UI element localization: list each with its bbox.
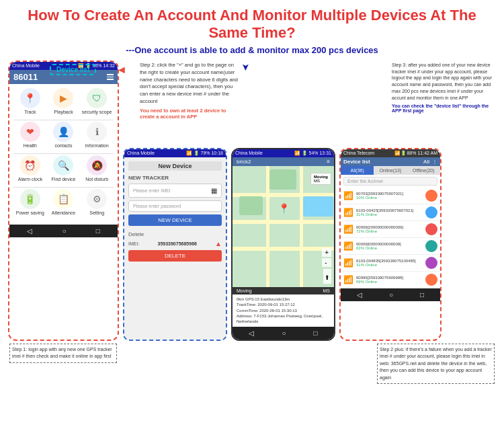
hamburger-icon[interactable] [107, 74, 114, 80]
map-phone: China Mobile 📶 🔋 54% 13:31 brick2 ≡ [231, 148, 335, 341]
tab-online[interactable]: Online(13) [374, 166, 407, 175]
map-home-btn[interactable]: ○ [282, 329, 286, 337]
powersaving-icon: 🔋 [20, 189, 40, 209]
device-id-5: 6103-004835[359339075100485] [356, 259, 423, 263]
attendance-label: Attendance [52, 210, 75, 215]
delete-label: Delete [128, 231, 222, 237]
device-avatar-6 [425, 274, 437, 286]
finddevice-icon: 🔍 [53, 155, 73, 175]
zoom-in[interactable]: + [322, 248, 331, 257]
right-phone: China Telecom 📶🔋88% 11:42 AM Device list… [339, 148, 442, 341]
right-home-btn[interactable]: ○ [389, 291, 393, 299]
menu-item-finddevice[interactable]: 🔍 Find device [48, 155, 79, 182]
menu-row-4: 🔋 Power saving 📋 Attendance ⚙ Setting [13, 189, 114, 215]
security-label: security scope [82, 110, 112, 114]
right-recent-btn[interactable]: □ [420, 291, 424, 299]
device-list-annotation-container: Device list [50, 63, 96, 75]
device-avatar-1 [425, 190, 437, 202]
menu-item-alarm[interactable]: ⏰ Alarm clock [15, 155, 45, 182]
device-percent-4: 62% Online [356, 246, 423, 250]
menu-item-setting[interactable]: ⚙ Setting [82, 189, 112, 215]
menu-item-track[interactable]: 📍 Track [15, 88, 45, 114]
step2-text: Step 2: click the "+" and go to the page… [140, 62, 238, 104]
delete-button[interactable]: DELETE [128, 250, 222, 262]
map-marker: 📍 [278, 203, 290, 214]
finddevice-label: Find device [52, 177, 76, 182]
menu-item-information[interactable]: ℹ Information [82, 122, 112, 148]
map-recent-btn[interactable]: □ [313, 329, 317, 337]
security-icon: 🛡 [87, 88, 107, 108]
powersaving-label: Power saving [16, 210, 44, 215]
zoom-out[interactable]: - [322, 258, 331, 267]
delete-section: Delete IMEI: 359339075685966 ▲ DELETE [128, 231, 222, 262]
back-btn[interactable]: ◁ [27, 227, 32, 235]
device-search-input[interactable]: Enter the Ac/imei [343, 177, 437, 186]
step2-text-box: Step 2: click the "+" and go to the page… [140, 62, 239, 120]
menu-item-contacts[interactable]: 👤 contacts [48, 122, 79, 148]
left-phone: China Mobile 📶 🔋 96% 14:32 86011 📍 Track… [8, 61, 119, 341]
recent-btn[interactable]: □ [96, 227, 100, 235]
contacts-icon: 👤 [53, 122, 73, 142]
bottom-row: Step 1: login app with any new one GPS t… [8, 344, 496, 385]
playback-label: Playback [54, 110, 73, 114]
moving-banner: Moving MS [233, 287, 334, 294]
imei-input[interactable]: Please enter IMEI ▦ [128, 184, 222, 198]
health-icon: ❤ [20, 122, 40, 142]
tab-offline[interactable]: Offline(20) [407, 166, 440, 175]
menu-item-health[interactable]: ❤ Health [15, 122, 45, 148]
right-phone-bottom-bar: ◁ ○ □ [341, 288, 440, 301]
new-device-button[interactable]: NEW DEVICE [128, 214, 222, 226]
device-info-4: 00009[00000000000009] 62% Online [356, 242, 423, 250]
contacts-label: contacts [54, 143, 72, 148]
device-list-tabs: All(36) Online(13) Offline(20) [341, 166, 440, 175]
device-avatar-3 [425, 223, 437, 235]
setting-label: Setting [89, 210, 104, 215]
left-phone-bottom-bar: ◁ ○ □ [9, 225, 118, 237]
device-id-2: 6103-00425[359339075607021] [356, 208, 423, 212]
home-btn[interactable]: ○ [62, 227, 66, 235]
step3-text-box: Step 3: after you added one of your new … [392, 62, 496, 113]
track-label: Track [24, 110, 36, 114]
map-zoom-controls: + - [322, 248, 331, 267]
menu-item-attendance[interactable]: 📋 Attendance [48, 189, 79, 215]
device-percent-1: 10% Online [356, 196, 423, 200]
step2plus-text: Step 2 plus: if there's a failure when y… [377, 344, 495, 385]
playback-icon: ▶ [53, 88, 73, 108]
page-subtitle: ---One account is able to add & monitor … [8, 45, 496, 55]
map-back-btn[interactable]: ◁ [249, 329, 254, 337]
share-button[interactable]: ⬆ [323, 269, 331, 284]
menu-item-powersaving[interactable]: 🔋 Power saving [15, 189, 45, 215]
device-info-5: 6103-004835[359339075100485] 31% Online [356, 259, 423, 267]
step3-text: Step 3: after you added one of your new … [392, 63, 492, 100]
tab-all[interactable]: All(36) [341, 166, 374, 175]
device-info-6: 60999[359339075609998] 69% Online [356, 276, 423, 284]
device-item-3: 📶 00009[200000000000009] 72% Online [341, 221, 440, 238]
map-area: 📍 Moving MS + - ⬆ [233, 166, 334, 287]
imei-label: IMEI: [128, 241, 139, 246]
device-item-4: 📶 00009[00000000000009] 62% Online [341, 238, 440, 255]
annotation-arrow: ◄ [116, 64, 127, 76]
device-percent-6: 69% Online [356, 280, 423, 284]
step3-highlight: You can check the "device list" through … [392, 104, 496, 113]
track-icon: 📍 [20, 88, 40, 108]
new-tracker-label: NEW TRACKER [128, 175, 222, 181]
right-back-btn[interactable]: ◁ [357, 291, 362, 299]
wifi-icon-3: 📶 [343, 225, 353, 234]
device-avatar-4 [425, 240, 437, 252]
new-device-title: New Device [128, 161, 222, 171]
device-item-6: 📶 60999[359339075609998] 69% Online [341, 272, 440, 288]
menu-item-notdisturb[interactable]: 🔕 Not disturb [82, 155, 112, 182]
password-input[interactable]: Please enter password [128, 200, 222, 212]
menu-row-2: ❤ Health 👤 contacts ℹ Information [13, 122, 114, 148]
right-phone-status: China Telecom 📶🔋88% 11:42 AM [341, 149, 440, 157]
wifi-icon-6: 📶 [343, 275, 353, 284]
step1-text-container: Step 1: login app with any new one GPS t… [9, 344, 117, 385]
menu-item-security[interactable]: 🛡 security scope [82, 88, 112, 114]
map-device-name-bar: brick2 ≡ [233, 157, 334, 166]
tracking-info: 0km GPS:15 Eastbound≤13m TrackTime: 2020… [233, 294, 334, 327]
device-info-1: 60703[359339075607021] 10% Online [356, 192, 423, 200]
map-phone-status: China Mobile 📶 🔋 54% 13:31 [233, 149, 334, 157]
menu-item-playback[interactable]: ▶ Playback [48, 88, 79, 114]
device-percent-2: 31% Online [356, 212, 423, 216]
middle-phone-status: China Mobile 📶 🔋 79% 10:18 [124, 149, 226, 157]
